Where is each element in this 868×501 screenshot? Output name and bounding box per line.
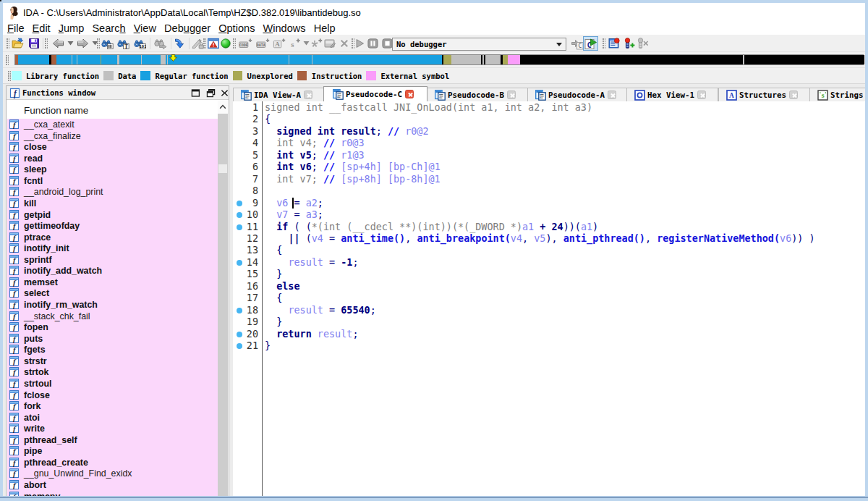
navband-segment-regular[interactable] — [101, 55, 117, 64]
code-line[interactable]: 10 v7 = a3; — [233, 209, 865, 221]
toolbar-grip[interactable] — [203, 38, 206, 49]
tab-strings[interactable]: s Strings — [809, 88, 865, 101]
function-list-item[interactable]: f sleep — [7, 164, 219, 175]
navband-segment-marker[interactable] — [520, 55, 743, 64]
function-list-item[interactable]: f strtok — [7, 366, 219, 378]
navband-segment-data[interactable] — [485, 55, 501, 64]
code-line[interactable]: 16 else — [233, 281, 865, 292]
code-line[interactable]: 14 result = -1; — [233, 257, 865, 269]
function-list-item[interactable]: f inotify_init — [7, 243, 219, 254]
function-list-item[interactable]: f __cxa_atexit — [7, 119, 219, 130]
function-list-item[interactable]: f fcntl — [7, 175, 219, 187]
nav-back-icon[interactable] — [52, 38, 64, 49]
function-list-item[interactable]: f fclose — [7, 390, 219, 401]
jump-address-icon[interactable] — [174, 38, 185, 49]
function-list-item[interactable]: f inotify_add_watch — [7, 265, 219, 277]
menu-file[interactable]: File — [4, 22, 29, 34]
function-list-item[interactable]: f memset — [7, 277, 219, 288]
tab-hex-view-1[interactable]: Hex View-1 — [626, 88, 718, 101]
navband-segment-regular[interactable] — [119, 55, 141, 64]
function-list-item[interactable]: f pipe — [7, 445, 219, 457]
tab-close-icon[interactable] — [608, 90, 616, 99]
code-line[interactable]: 17 { — [233, 292, 865, 304]
function-list-item[interactable]: f gettimeofday — [7, 220, 219, 232]
function-list-item[interactable]: f abort — [7, 479, 219, 491]
run-until-return-button[interactable]: C — [583, 36, 598, 51]
toolbar-grip[interactable] — [97, 38, 100, 49]
pseudocode-view[interactable]: 1signed int __fastcall JNI_OnLoad(int a1… — [233, 101, 865, 496]
function-list-item[interactable]: f puts — [7, 333, 219, 345]
code-line[interactable]: 13 { — [233, 245, 865, 256]
function-list-item[interactable]: f sprintf — [7, 254, 219, 266]
code-line[interactable]: 12 || (v4 = anti_time(), anti_breakpoint… — [233, 233, 865, 245]
navigation-band[interactable] — [14, 54, 864, 65]
code-line[interactable]: 18 result = 65540; — [233, 305, 865, 316]
function-list-item[interactable]: f fgets — [7, 344, 219, 355]
scrollbar-thumb[interactable] — [218, 164, 227, 173]
tab-close-icon[interactable] — [789, 90, 798, 99]
function-list-item[interactable]: f getpid — [7, 209, 219, 221]
menu-help[interactable]: Help — [310, 22, 339, 34]
tab-ida-view-a[interactable]: IDA View-A — [233, 88, 325, 101]
code-line[interactable]: 6 int v6; // [sp+4h] [bp-Ch]@1 — [233, 161, 865, 173]
navband-segment-regular[interactable] — [142, 55, 161, 64]
save-file-icon[interactable] — [28, 38, 40, 49]
title-bar[interactable]: IDA - C:\Users\Administrator\AppData\Loc… — [3, 3, 865, 22]
navband-segment-regular[interactable] — [77, 55, 101, 64]
navband-segment-regular[interactable] — [312, 55, 442, 64]
debug-start-icon[interactable] — [354, 38, 365, 49]
debug-stop-icon[interactable] — [382, 38, 393, 49]
navband-segment-unexplored[interactable] — [503, 55, 508, 64]
make-data-icon[interactable]: DATA — [256, 38, 270, 49]
menu-edit[interactable]: Edit — [28, 22, 54, 34]
open-file-icon[interactable] — [12, 38, 24, 49]
nav-back-dropdown-icon[interactable] — [67, 41, 74, 46]
search-text-icon[interactable]: T — [117, 38, 129, 49]
search-next-icon[interactable] — [153, 38, 167, 49]
debug-pause-icon[interactable] — [367, 38, 378, 49]
make-code-icon[interactable]: CODE — [239, 38, 252, 49]
function-list-item[interactable]: f __gnu_Unwind_Find_exidx — [7, 468, 219, 479]
menu-windows[interactable]: Windows — [259, 22, 310, 34]
function-list-item[interactable]: f fork — [7, 400, 219, 412]
toolbar-grip[interactable] — [7, 38, 9, 49]
function-list-item[interactable]: f pthread_create — [7, 457, 219, 468]
navband-position-arrow-icon[interactable] — [169, 54, 177, 62]
code-line[interactable]: 7 int v7; // [sp+8h] [bp-8h]@1 — [233, 174, 865, 185]
tab-close-icon[interactable] — [304, 90, 312, 99]
function-list-item[interactable]: f pthread_self — [7, 434, 219, 446]
problems-window-icon[interactable] — [208, 38, 219, 49]
function-list-item[interactable]: f __cxa_finalize — [7, 130, 219, 142]
navband-segment-regular[interactable] — [168, 55, 289, 64]
navband-segment-data[interactable] — [161, 55, 166, 64]
breakpoint-list-icon[interactable] — [608, 38, 621, 49]
function-list-scrollbar[interactable] — [218, 100, 228, 496]
tab-close-icon[interactable] — [405, 90, 414, 98]
function-list-item[interactable]: f kill — [7, 198, 219, 209]
tab-close-icon[interactable] — [507, 90, 516, 99]
navband-grip[interactable] — [6, 55, 9, 65]
function-list-item[interactable]: f read — [7, 153, 219, 164]
navband-segment-regular[interactable] — [289, 55, 312, 64]
function-list-item[interactable]: f __stack_chk_fail — [7, 311, 219, 322]
toolbar-grip[interactable] — [233, 38, 236, 49]
scrollbar-up-icon[interactable] — [218, 102, 228, 112]
legend-grip[interactable] — [8, 71, 11, 81]
menu-jump[interactable]: Jump — [54, 22, 88, 34]
code-line[interactable]: 20 return result; — [233, 329, 865, 340]
code-line[interactable]: 21} — [233, 340, 865, 352]
code-line[interactable]: 19 } — [233, 316, 865, 328]
scrollbar-track[interactable] — [218, 114, 228, 496]
code-line[interactable]: 9 v6 = a2; — [233, 198, 865, 209]
navband-segment-unexplored[interactable] — [443, 55, 451, 64]
function-list-item[interactable]: f memcpy — [7, 491, 219, 496]
menu-search[interactable]: Search — [88, 22, 129, 34]
debugger-select[interactable]: No debugger — [392, 38, 566, 51]
function-list-item[interactable]: f close — [7, 141, 219, 153]
tab-pseudocode-a[interactable]: Pseudocode-A — [527, 88, 629, 101]
make-dropdown-icon[interactable] — [303, 41, 310, 46]
tab-close-icon[interactable] — [697, 90, 706, 99]
breakpoint-delete-icon[interactable] — [636, 38, 649, 49]
tab-pseudocode-c[interactable]: Pseudocode-C — [323, 86, 427, 101]
function-list-item[interactable]: f select — [7, 287, 219, 299]
